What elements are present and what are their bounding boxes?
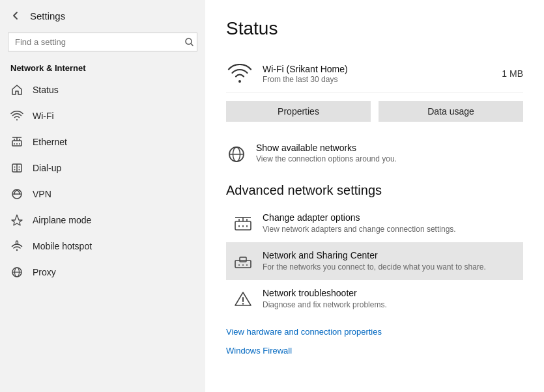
sidebar-item-dialup[interactable]: Dial-up <box>0 155 205 181</box>
wifi-signal-icon <box>226 60 253 87</box>
dialup-icon <box>10 161 23 175</box>
troubleshoot-sub: Diagnose and fix network problems. <box>263 300 387 309</box>
wifi-network-name: Wi-Fi (Srikant Home) <box>263 64 491 74</box>
svg-point-14 <box>19 167 20 168</box>
action-buttons: Properties Data usage <box>226 101 523 122</box>
svg-point-12 <box>14 167 16 168</box>
sharing-sub: For the networks you connect to, decide … <box>263 262 486 272</box>
sidebar-item-status[interactable]: Status <box>0 77 205 103</box>
wifi-icon <box>10 109 23 122</box>
adapter-text: Change adapter options View network adap… <box>263 212 456 234</box>
adapter-title: Change adapter options <box>263 212 456 223</box>
ethernet-icon <box>10 135 23 148</box>
advanced-item-adapter[interactable]: Change adapter options View network adap… <box>226 204 523 242</box>
wifi-sub-text: From the last 30 days <box>263 75 491 84</box>
ethernet-label: Ethernet <box>33 137 67 147</box>
wifi-label: Wi-Fi <box>33 111 54 121</box>
troubleshoot-text: Network troubleshooter Diagnose and fix … <box>263 288 387 309</box>
wifi-usage: 1 MB <box>502 68 523 79</box>
svg-point-18 <box>16 249 18 251</box>
svg-point-41 <box>242 303 244 304</box>
show-networks-option[interactable]: Show available networks View the connect… <box>226 136 523 171</box>
show-networks-sub: View the connection options around you. <box>256 154 397 163</box>
sidebar-section-label: Network & Internet <box>0 59 205 77</box>
proxy-icon <box>10 266 23 279</box>
svg-rect-19 <box>16 241 18 244</box>
sidebar: Settings Network & Internet Status <box>0 0 205 392</box>
sidebar-item-proxy[interactable]: Proxy <box>0 259 205 285</box>
windows-firewall-link[interactable]: Windows Firewall <box>226 346 523 356</box>
search-box <box>8 33 197 51</box>
wifi-info: Wi-Fi (Srikant Home) From the last 30 da… <box>263 64 491 84</box>
proxy-label: Proxy <box>33 267 56 277</box>
sidebar-item-ethernet[interactable]: Ethernet <box>0 129 205 155</box>
hardware-properties-link[interactable]: View hardware and connection properties <box>226 327 523 337</box>
properties-button[interactable]: Properties <box>226 101 371 122</box>
back-button[interactable] <box>8 8 23 23</box>
sidebar-item-hotspot[interactable]: Mobile hotspot <box>0 233 205 259</box>
troubleshoot-title: Network troubleshooter <box>263 288 387 298</box>
sidebar-item-airplane[interactable]: Airplane mode <box>0 207 205 233</box>
wifi-card: Wi-Fi (Srikant Home) From the last 30 da… <box>226 52 523 93</box>
home-icon <box>10 83 23 96</box>
sharing-text: Network and Sharing Center For the netwo… <box>263 250 486 272</box>
adapter-icon <box>233 214 253 234</box>
airplane-icon <box>10 214 23 227</box>
globe-icon <box>226 144 247 165</box>
search-input[interactable] <box>8 33 197 51</box>
dialup-label: Dial-up <box>33 163 61 173</box>
svg-point-15 <box>19 169 20 171</box>
troubleshoot-icon <box>233 289 253 310</box>
airplane-label: Airplane mode <box>33 215 91 225</box>
status-label: Status <box>33 85 59 95</box>
vpn-label: VPN <box>33 189 51 199</box>
show-networks-title: Show available networks <box>256 143 397 153</box>
hotspot-label: Mobile hotspot <box>33 241 92 251</box>
search-icon-button[interactable] <box>185 38 193 46</box>
vpn-icon <box>10 188 23 201</box>
main-content: Status Wi-Fi (Srikant Home) From the las… <box>205 0 544 392</box>
sidebar-item-vpn[interactable]: VPN <box>0 181 205 207</box>
svg-rect-35 <box>240 257 246 262</box>
advanced-heading: Advanced network settings <box>226 183 523 198</box>
sharing-title: Network and Sharing Center <box>263 250 486 260</box>
show-networks-text: Show available networks View the connect… <box>256 143 397 163</box>
sidebar-header: Settings <box>0 0 205 29</box>
advanced-item-sharing[interactable]: Network and Sharing Center For the netwo… <box>226 242 523 280</box>
advanced-item-troubleshoot[interactable]: Network troubleshooter Diagnose and fix … <box>226 280 523 318</box>
sharing-icon <box>233 251 253 272</box>
data-usage-button[interactable]: Data usage <box>379 101 523 122</box>
page-title: Status <box>226 18 523 39</box>
hotspot-icon <box>10 240 23 253</box>
settings-title: Settings <box>30 10 65 21</box>
sidebar-item-wifi[interactable]: Wi-Fi <box>0 103 205 129</box>
adapter-sub: View network adapters and change connect… <box>263 225 456 234</box>
svg-line-1 <box>191 44 193 46</box>
svg-point-13 <box>14 169 16 171</box>
